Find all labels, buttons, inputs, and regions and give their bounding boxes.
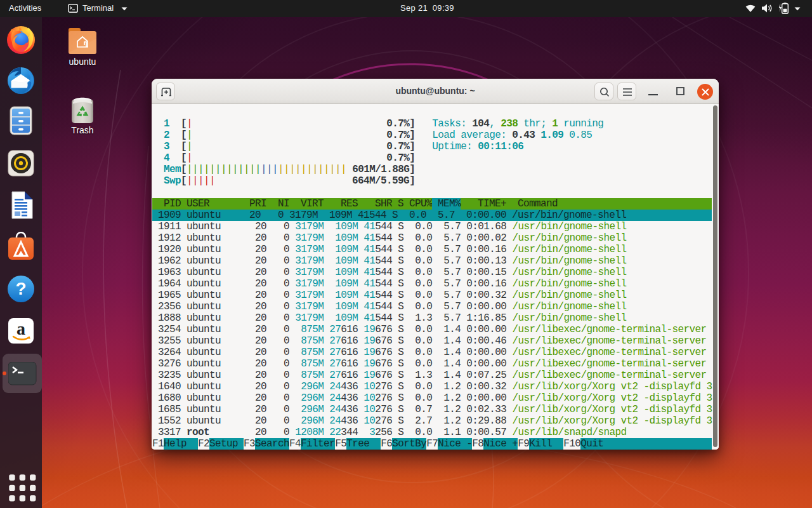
svg-text:a: a	[16, 319, 25, 338]
svg-text:?: ?	[15, 279, 26, 298]
